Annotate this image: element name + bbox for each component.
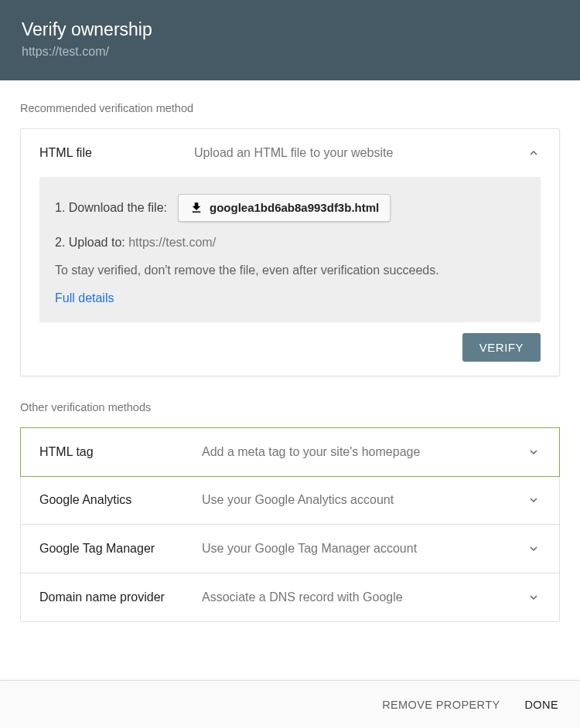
html-file-header[interactable]: HTML file Upload an HTML file to your we… [21, 129, 559, 177]
method-desc: Associate a DNS record with Google [202, 590, 527, 604]
method-google-tag-manager[interactable]: Google Tag Manager Use your Google Tag M… [21, 525, 559, 573]
method-name: HTML tag [39, 445, 202, 459]
dialog-header: Verify ownership https://test.com/ [0, 0, 580, 80]
method-google-analytics[interactable]: Google Analytics Use your Google Analyti… [21, 476, 559, 525]
recommended-section-label: Recommended verification method [20, 102, 560, 114]
method-desc: Add a meta tag to your site's homepage [202, 445, 527, 459]
verify-button[interactable]: VERIFY [462, 333, 541, 362]
method-desc: Upload an HTML file to your website [194, 146, 527, 160]
method-name: Google Analytics [39, 493, 202, 507]
method-desc: Use your Google Tag Manager account [202, 542, 527, 556]
card-actions: VERIFY [21, 322, 559, 376]
full-details-link[interactable]: Full details [55, 291, 525, 305]
method-domain-name-provider[interactable]: Domain name provider Associate a DNS rec… [21, 573, 559, 621]
method-name: HTML file [39, 146, 194, 160]
dialog-content: Recommended verification method HTML fil… [0, 80, 580, 622]
property-url: https://test.com/ [22, 45, 558, 59]
chevron-down-icon [527, 493, 541, 507]
html-file-body: 1. Download the file: googlea1bd6ab8a993… [39, 177, 541, 322]
method-name: Google Tag Manager [39, 542, 202, 556]
method-html-tag[interactable]: HTML tag Add a meta tag to your site's h… [20, 427, 560, 477]
dialog-footer: REMOVE PROPERTY DONE [0, 680, 580, 728]
chevron-down-icon [527, 445, 541, 459]
download-icon [189, 201, 203, 215]
step-upload: 2. Upload to: https://test.com/ [55, 236, 525, 250]
method-name: Domain name provider [39, 590, 202, 604]
step2-prefix: 2. Upload to: [55, 236, 128, 249]
chevron-down-icon [527, 542, 541, 556]
remove-property-button[interactable]: REMOVE PROPERTY [382, 699, 500, 711]
other-section-label: Other verification methods [20, 401, 560, 413]
download-file-button[interactable]: googlea1bd6ab8a993df3b.html [178, 194, 391, 222]
stay-verified-note: To stay verified, don't remove the file,… [55, 264, 525, 277]
html-file-card: HTML file Upload an HTML file to your we… [20, 128, 560, 376]
method-desc: Use your Google Analytics account [202, 493, 527, 507]
step2-url: https://test.com/ [128, 236, 216, 249]
step1-label: 1. Download the file: [55, 201, 167, 215]
other-methods-list: HTML tag Add a meta tag to your site's h… [20, 427, 560, 622]
chevron-up-icon [527, 146, 541, 160]
download-filename: googlea1bd6ab8a993df3b.html [210, 201, 379, 214]
step-download: 1. Download the file: googlea1bd6ab8a993… [55, 194, 525, 222]
done-button[interactable]: DONE [525, 699, 559, 711]
chevron-down-icon [527, 590, 541, 604]
page-title: Verify ownership [22, 19, 558, 42]
